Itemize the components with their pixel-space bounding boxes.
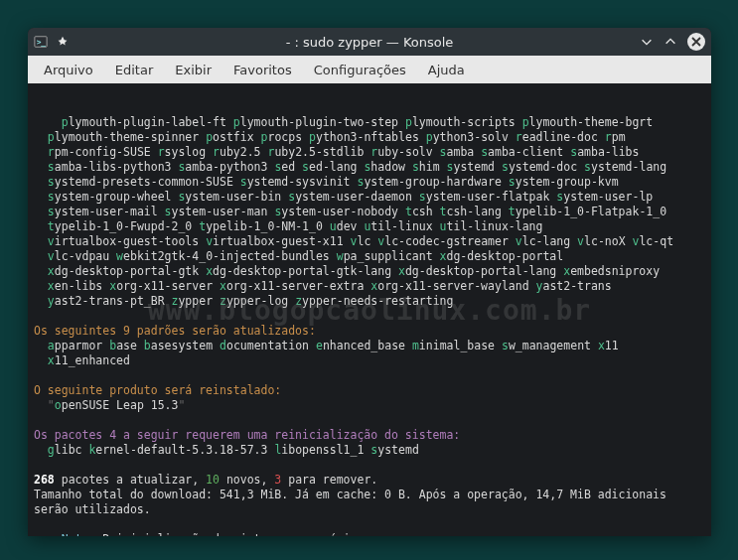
maximize-button[interactable] [664, 35, 677, 49]
window-title: - : sudo zypper — Konsole [103, 35, 636, 50]
svg-text:>_: >_ [37, 38, 47, 47]
menubar: Arquivo Editar Exibir Favoritos Configur… [28, 56, 711, 83]
menu-editar[interactable]: Editar [105, 59, 164, 81]
menu-configuracoes[interactable]: Configurações [304, 59, 416, 81]
konsole-window: >_ - : sudo zypper — Konsole Arquivo Edi… [28, 28, 711, 536]
menu-arquivo[interactable]: Arquivo [34, 59, 103, 81]
app-icon: >_ [34, 35, 48, 49]
menu-favoritos[interactable]: Favoritos [223, 59, 302, 81]
terminal-output[interactable]: www.blogopcaolinux.com.br plymouth-plugi… [28, 83, 711, 536]
minimize-button[interactable] [640, 35, 654, 49]
close-button[interactable] [687, 33, 705, 51]
menu-ajuda[interactable]: Ajuda [418, 59, 475, 81]
watermark-text: www.blogopcaolinux.com.br [148, 303, 591, 318]
titlebar: >_ - : sudo zypper — Konsole [28, 28, 711, 56]
menu-exibir[interactable]: Exibir [165, 59, 221, 81]
pin-icon[interactable] [56, 35, 70, 49]
